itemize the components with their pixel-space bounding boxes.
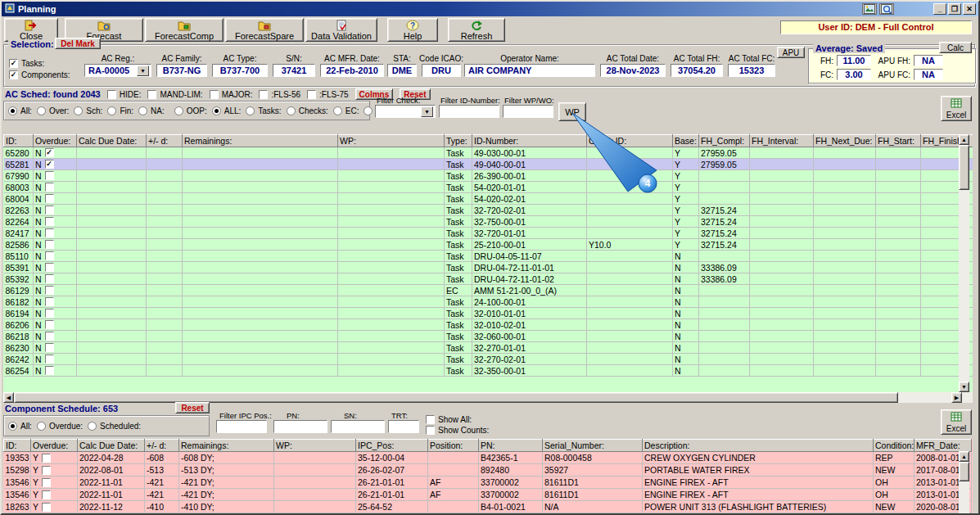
- sched-radio-tasks-7[interactable]: Tasks:: [246, 106, 281, 115]
- sched-radio-checks-8[interactable]: Checks:: [287, 106, 328, 115]
- sched-radio-fin-3[interactable]: Fin:: [107, 106, 133, 115]
- table-row[interactable]: 82586NTask25-210-00-01Y10.0Y32715.24: [4, 239, 973, 251]
- chevron-down-icon[interactable]: ▼: [137, 66, 149, 76]
- filter-id-number-input[interactable]: [439, 105, 499, 118]
- table-row[interactable]: 13546Y2022-11-01-421-421 DY;26-21-01-01A…: [4, 477, 972, 489]
- column-header-calc-due-date[interactable]: Calc Due Date:: [77, 135, 147, 147]
- scrollbar-thumb[interactable]: [14, 392, 898, 403]
- row-checkbox[interactable]: [45, 274, 54, 283]
- scroll-track[interactable]: [959, 481, 969, 515]
- sched-radio-all-6[interactable]: ALL:: [212, 106, 242, 115]
- avg-apu-fh-value[interactable]: NA: [914, 55, 943, 66]
- sched-checkbox-mand-lim[interactable]: MAND-LIM:: [147, 90, 202, 99]
- sched-checkbox-hide[interactable]: HIDE:: [107, 90, 142, 99]
- row-checkbox[interactable]: [45, 320, 54, 329]
- column-header-ipc-pos[interactable]: IPC_Pos:: [356, 440, 428, 452]
- column-header-remainings[interactable]: Remainings:: [183, 135, 338, 147]
- column-header-d[interactable]: +/- d:: [147, 135, 183, 147]
- table-row[interactable]: 85110NTaskDRU-04-05-11-07N: [4, 251, 973, 262]
- filter-wp-wo-input[interactable]: [503, 105, 553, 118]
- apu-button[interactable]: APU: [777, 47, 805, 58]
- column-header-check-id[interactable]: Check ID:: [587, 135, 673, 147]
- table-row[interactable]: 86230NTask32-270-01-01N: [4, 342, 973, 354]
- task-grid-horizontal-scrollbar[interactable]: ◀▶: [3, 392, 973, 403]
- table-row[interactable]: 85392NTaskDRU-04-72-11-01-02N33386.09: [4, 273, 973, 285]
- calc-button[interactable]: Calc: [939, 42, 972, 53]
- scroll-up-icon[interactable]: ▲: [959, 134, 969, 145]
- row-checkbox[interactable]: [45, 183, 54, 192]
- close-window-button[interactable]: ✕: [963, 3, 976, 15]
- row-checkbox[interactable]: [45, 297, 54, 306]
- row-checkbox[interactable]: [42, 490, 51, 499]
- row-checkbox[interactable]: [45, 263, 54, 272]
- table-row[interactable]: 68004NTask54-020-02-01Y: [4, 193, 973, 205]
- table-row[interactable]: 86254NTask32-350-00-01N: [4, 365, 973, 377]
- column-header-type[interactable]: Type:: [445, 135, 472, 147]
- filter-ipc-pos-input[interactable]: [216, 420, 267, 433]
- minimize-button[interactable]: _: [933, 3, 946, 15]
- scroll-up-icon[interactable]: ▲: [959, 451, 969, 462]
- scroll-track[interactable]: [898, 392, 951, 403]
- component-radio-all[interactable]: All:: [8, 422, 32, 431]
- column-header-overdue[interactable]: Overdue:: [31, 440, 78, 452]
- table-row[interactable]: 19353Y2022-04-28-608-608 DY;35-12-00-04B…: [4, 452, 972, 464]
- filter-check-dropdown[interactable]: ▼: [375, 105, 436, 118]
- table-row[interactable]: 86206NTask32-010-02-01N: [4, 319, 973, 331]
- table-row[interactable]: 82263NTask32-720-02-01Y32715.24: [4, 205, 973, 216]
- column-header-id[interactable]: ID:: [4, 135, 34, 147]
- row-checkbox[interactable]: [42, 503, 51, 512]
- table-row[interactable]: 82264NTask32-750-00-01Y32715.24: [4, 216, 973, 228]
- table-row[interactable]: 86218NTask32-060-00-01N: [4, 331, 973, 342]
- pn-input[interactable]: [273, 420, 327, 433]
- component-radio-scheduled[interactable]: Scheduled:: [88, 422, 141, 431]
- avg-fh-value[interactable]: 11.00: [837, 55, 871, 66]
- sched-radio-all-0[interactable]: All:: [8, 106, 32, 115]
- scroll-left-icon[interactable]: ◀: [3, 392, 14, 403]
- row-checkbox[interactable]: [45, 366, 54, 375]
- table-row[interactable]: 15298Y2022-08-01-513-513 DY;26-26-02-078…: [4, 464, 972, 477]
- scroll-down-icon[interactable]: ▼: [959, 382, 969, 392]
- show-counts-checkbox[interactable]: Show Counts:: [426, 426, 489, 435]
- table-row[interactable]: 13546Y2022-11-01-421-421 DY;26-21-01-01A…: [4, 489, 972, 501]
- sched-radio-over-1[interactable]: Over:: [37, 106, 69, 115]
- column-header-remainings[interactable]: Remainings:: [179, 440, 274, 452]
- titlebar-tool-icon-2[interactable]: [879, 3, 894, 15]
- row-checkbox[interactable]: [45, 240, 54, 249]
- trt-input[interactable]: [388, 420, 419, 433]
- column-header-position[interactable]: Position:: [428, 440, 479, 452]
- component-grid-vertical-scrollbar[interactable]: ▲: [959, 451, 969, 515]
- excel-button-components[interactable]: Excel: [941, 409, 972, 435]
- table-row[interactable]: 65280N✓Task49-030-00-01Y27959.05: [4, 147, 973, 159]
- avg-apu-fc-value[interactable]: NA: [914, 69, 943, 80]
- table-row[interactable]: 18263Y2022-11-12-410-410 DY;25-64-52B4-0…: [4, 501, 972, 513]
- component-reset-button[interactable]: Reset: [175, 402, 210, 413]
- row-checkbox[interactable]: [42, 466, 51, 475]
- column-header-d[interactable]: +/- d:: [145, 440, 179, 452]
- row-checkbox[interactable]: [45, 217, 54, 226]
- column-header-id[interactable]: ID:: [4, 440, 31, 452]
- table-row[interactable]: 85391NTaskDRU-04-72-11-01-01N33386.09: [4, 262, 973, 273]
- avg-fc-value[interactable]: 3.00: [837, 69, 871, 80]
- column-header-fh-compl[interactable]: FH_Compl:: [699, 135, 750, 147]
- column-header-base[interactable]: Base:: [673, 135, 699, 147]
- sched-radio-ec-9[interactable]: EC:: [333, 106, 359, 115]
- table-row[interactable]: 65281N✓Task49-040-00-01Y27959.05: [4, 159, 973, 170]
- sn-input[interactable]: [331, 420, 385, 433]
- column-header-pn[interactable]: PN:: [479, 440, 543, 452]
- selection-checkbox-tasks[interactable]: ✓Tasks:: [9, 59, 44, 68]
- sched-radio-sch-2[interactable]: Sch:: [74, 106, 102, 115]
- column-header-condition[interactable]: Condition:: [874, 440, 915, 452]
- titlebar-tool-icon-1[interactable]: [862, 3, 877, 15]
- column-header-wp[interactable]: WP:: [274, 440, 356, 452]
- row-checkbox[interactable]: [42, 478, 51, 487]
- table-row[interactable]: 86194NTask32-010-01-01N: [4, 308, 973, 319]
- row-checkbox[interactable]: [45, 343, 54, 352]
- sched-radio-na-4[interactable]: NA:: [138, 106, 165, 115]
- column-header-fh-next-due[interactable]: FH_Next_Due:: [814, 135, 876, 147]
- row-checkbox[interactable]: ✓: [45, 160, 54, 169]
- row-checkbox[interactable]: [45, 206, 54, 215]
- scrollbar-thumb[interactable]: [959, 145, 969, 190]
- table-row[interactable]: 86182NTask24-100-00-01N: [4, 296, 973, 308]
- column-header-serial-number[interactable]: Serial_Number:: [543, 440, 643, 452]
- table-row[interactable]: 68003NTask54-020-01-01Y: [4, 182, 973, 193]
